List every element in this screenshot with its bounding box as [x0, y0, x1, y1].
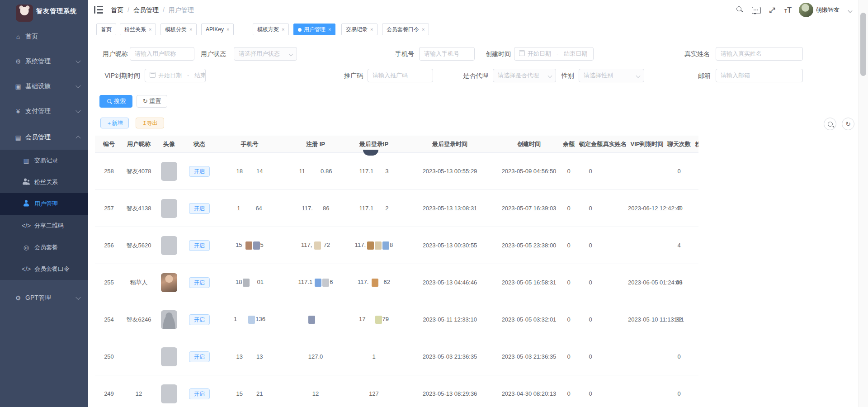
table-search-icon[interactable]: [824, 118, 836, 130]
export-button[interactable]: ↥导出: [136, 118, 164, 128]
censored-text: 5: [260, 241, 264, 248]
cell-vip_expire: 2023-05-10 11:13:32: [627, 301, 666, 338]
cell-balance: 0: [559, 153, 579, 190]
cell-chats: 4: [666, 227, 692, 264]
tab-close-icon[interactable]: ×: [370, 27, 373, 32]
search-button-icon: [106, 98, 112, 104]
daterange-end-placeholder: 结束日期: [194, 72, 206, 79]
avatar: [161, 162, 177, 181]
cell-id: 256: [95, 227, 123, 264]
table-refresh-icon[interactable]: ↻: [842, 118, 854, 130]
tab-会员套餐口令[interactable]: 会员套餐口令×: [382, 24, 429, 35]
avatar: [161, 199, 177, 218]
censor-mosaic: [315, 279, 321, 287]
tab-close-icon[interactable]: ×: [189, 27, 192, 32]
message-icon[interactable]: [751, 5, 761, 15]
column-header: 真实姓名: [602, 136, 627, 153]
sidebar-item-share-qrcode[interactable]: </>分享二维码: [0, 215, 88, 237]
tab-close-icon[interactable]: ×: [149, 27, 151, 32]
cell-phone: 1313: [215, 338, 284, 375]
sidebar-item-fans-relation[interactable]: 粉丝关系: [0, 171, 88, 193]
censor-mosaic: [382, 241, 389, 250]
censored-text: 12: [312, 390, 319, 397]
sidebar-item-package-code[interactable]: </>会员套餐口令: [0, 258, 88, 280]
sidebar-item-gpt[interactable]: ⚙GPT管理: [0, 285, 88, 310]
search-button[interactable]: 搜索: [99, 95, 132, 108]
user-menu-caret-icon[interactable]: [848, 9, 853, 13]
sidebar-item-home[interactable]: ⌂首页: [0, 24, 88, 49]
filter-email-input[interactable]: 请输入邮箱: [716, 69, 803, 82]
sidebar-item-payment[interactable]: ¥支付管理: [0, 99, 88, 123]
cell-status: 开启: [184, 153, 215, 190]
reset-button[interactable]: ↻ 重置: [137, 95, 167, 108]
font-size-icon[interactable]: TT: [783, 5, 793, 15]
cell-id: 250: [95, 338, 123, 375]
avatar: [161, 236, 177, 255]
censored-text: 79: [382, 316, 389, 322]
user-table: 编号用户昵称头像状态手机号注册 IP最后登录IP最后登录时间创建时间余额锁定金额…: [95, 136, 698, 407]
tab-label: APIKey: [206, 26, 224, 33]
sidebar-item-member[interactable]: ▤会员管理: [0, 125, 88, 150]
sidebar-item-trade-records[interactable]: ▥交易记录: [0, 150, 88, 171]
table-row: 254智友6246开启113617792023-05-11 12:33:1020…: [95, 301, 698, 338]
user-table-wrapper: 编号用户昵称头像状态手机号注册 IP最后登录IP最后登录时间创建时间余额锁定金额…: [95, 136, 698, 407]
tab-首页[interactable]: 首页: [96, 24, 116, 35]
cell-id: 254: [95, 301, 123, 338]
user-name[interactable]: 萌懒智友: [816, 0, 840, 20]
censor-mosaic: [253, 241, 260, 250]
sidebar-item-label: 系统管理: [25, 57, 51, 66]
tab-APIKey[interactable]: APIKey×: [201, 24, 234, 35]
add-button[interactable]: ＋新增: [100, 118, 129, 128]
cell-balance: 0: [559, 264, 579, 301]
filter-gender-select[interactable]: 请选择性别: [579, 69, 644, 82]
sidebar-item-user-manage[interactable]: 用户管理: [0, 193, 88, 215]
cell-real_name: [602, 153, 627, 190]
cell-vip_expire: [627, 227, 666, 264]
column-header: 锁定金额: [579, 136, 602, 153]
cell-created: 2023-04-30 08:20:13: [499, 375, 559, 407]
user-avatar[interactable]: [799, 3, 813, 17]
cell-created: 2023-05-03 21:36:35: [499, 338, 559, 375]
filter-user-status-select[interactable]: 请选择用户状态: [234, 47, 297, 61]
tab-粉丝关系[interactable]: 粉丝关系×: [120, 24, 156, 35]
cell-nickname: 智友4078: [123, 153, 155, 190]
filter-vip-expire-daterange[interactable]: 开始日期-结束日期: [145, 69, 206, 82]
cell-locked: 0: [579, 227, 602, 264]
cell-last_login: 2023-05-13 00:55:29: [401, 153, 499, 190]
page-scrollbar-thumb[interactable]: [860, 13, 866, 76]
search-icon[interactable]: [735, 5, 745, 15]
censored-text: 117.: [302, 205, 313, 212]
tab-close-icon[interactable]: ×: [282, 27, 284, 32]
placeholder-text: 请输入真实姓名: [721, 50, 762, 57]
cell-fans: [692, 190, 698, 227]
collapse-sidebar-icon[interactable]: [94, 6, 103, 14]
cell-last_login: 2023-05-11 12:33:10: [401, 301, 499, 338]
tab-close-icon[interactable]: ×: [328, 27, 331, 32]
infra-icon: ▣: [14, 83, 23, 90]
cell-last_ip: 1: [347, 338, 401, 375]
fullscreen-icon[interactable]: ⤢: [767, 5, 777, 15]
cell-real_name: [602, 301, 627, 338]
breadcrumb-item[interactable]: 会员管理: [133, 6, 159, 14]
sidebar-item-member-package[interactable]: ◎会员套餐: [0, 237, 88, 258]
cell-reg_ip: 117.86: [284, 190, 347, 227]
cell-phone: 164: [215, 190, 284, 227]
tab-模板分类[interactable]: 模板分类×: [160, 24, 197, 35]
tab-close-icon[interactable]: ×: [226, 27, 229, 32]
cell-status: 开启: [184, 301, 215, 338]
filter-label-user-status: 用户状态: [154, 47, 226, 61]
tab-用户管理[interactable]: 用户管理×: [293, 24, 335, 35]
censor-mosaic: [375, 316, 382, 324]
cell-reg_ip: 127.0: [284, 338, 347, 375]
breadcrumb-item[interactable]: 首页: [111, 6, 123, 14]
cell-nickname: 智友5620: [123, 227, 155, 264]
tab-交易记录[interactable]: 交易记录×: [341, 24, 377, 35]
censored-text: 17: [359, 316, 365, 322]
cell-avatar: [155, 338, 184, 375]
filter-real-name-input[interactable]: 请输入真实姓名: [716, 47, 803, 61]
column-header: 创建时间: [499, 136, 559, 153]
tab-模板方案[interactable]: 模板方案×: [253, 24, 289, 35]
filter-create-time-daterange[interactable]: 开始日期-结束日期: [514, 47, 594, 61]
status-badge: 开启: [189, 314, 210, 325]
tab-close-icon[interactable]: ×: [422, 27, 425, 32]
